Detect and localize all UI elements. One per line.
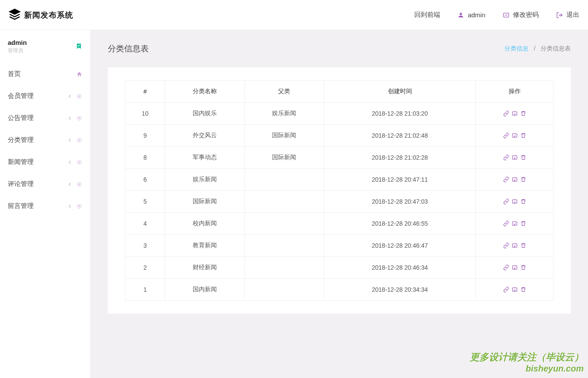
sidebar-item-5[interactable]: 评论管理 xyxy=(0,173,90,195)
svg-rect-22 xyxy=(512,288,517,291)
nav-user-link[interactable]: admin xyxy=(457,11,485,19)
sidebar-item-label: 留言管理 xyxy=(8,202,34,210)
table-cell-parent xyxy=(244,213,324,235)
edit-icon[interactable] xyxy=(512,154,518,161)
link-icon[interactable] xyxy=(503,198,509,205)
table-cell-actions xyxy=(476,147,554,169)
sidebar-item-4[interactable]: 新闻管理 xyxy=(0,151,90,173)
sidebar-user-name: admin xyxy=(8,39,27,46)
edit-icon[interactable] xyxy=(512,220,518,227)
svg-rect-16 xyxy=(512,156,517,159)
table-row: 3教育新闻2018-12-28 20:46:47 xyxy=(125,235,554,257)
page-title: 分类信息表 xyxy=(108,43,149,54)
sidebar-menu: 首页会员管理公告管理分类管理新闻管理评论管理留言管理 xyxy=(0,63,90,217)
delete-icon[interactable] xyxy=(520,110,526,117)
edit-icon[interactable] xyxy=(512,132,518,139)
table-cell-actions xyxy=(476,191,554,213)
svg-rect-14 xyxy=(512,112,517,115)
table-cell-actions xyxy=(476,213,554,235)
menu-expand-icons xyxy=(67,115,82,121)
link-icon[interactable] xyxy=(503,243,509,249)
delete-icon[interactable] xyxy=(520,198,526,205)
sidebar-item-0[interactable]: 首页 xyxy=(0,63,90,85)
svg-rect-21 xyxy=(512,266,517,269)
table-cell-created: 2018-12-28 20:46:47 xyxy=(324,235,476,257)
table-row: 6娱乐新闻2018-12-28 20:47:11 xyxy=(125,169,554,191)
delete-icon[interactable] xyxy=(520,265,526,271)
link-icon[interactable] xyxy=(503,287,509,293)
edit-icon[interactable] xyxy=(512,198,518,205)
target-icon xyxy=(76,159,82,165)
link-icon[interactable] xyxy=(503,176,509,183)
svg-point-0 xyxy=(460,13,462,15)
link-icon[interactable] xyxy=(503,265,509,271)
table-cell-created: 2018-12-28 20:47:03 xyxy=(324,191,476,213)
nav-frontend-link[interactable]: 回到前端 xyxy=(414,11,440,19)
table-cell-id: 9 xyxy=(125,125,165,147)
top-nav: 回到前端 admin 修改密码 退出 xyxy=(414,11,579,19)
delete-icon[interactable] xyxy=(520,132,526,139)
home-icon xyxy=(76,71,82,77)
sidebar-item-label: 公告管理 xyxy=(8,114,34,122)
table-cell-name: 教育新闻 xyxy=(165,235,244,257)
sidebar-item-2[interactable]: 公告管理 xyxy=(0,107,90,129)
sidebar-item-6[interactable]: 留言管理 xyxy=(0,195,90,217)
bookmark-icon xyxy=(75,43,82,51)
target-icon xyxy=(76,203,82,209)
sidebar-user-block: admin 管理员 xyxy=(0,30,90,63)
menu-expand-icons xyxy=(67,93,82,99)
table-header-cell: 创建时间 xyxy=(324,81,476,103)
table-cell-parent xyxy=(244,169,324,191)
edit-icon xyxy=(503,12,510,19)
table-cell-id: 6 xyxy=(125,169,165,191)
breadcrumb-link[interactable]: 分类信息 xyxy=(504,45,529,52)
nav-password-link[interactable]: 修改密码 xyxy=(503,11,539,19)
target-icon xyxy=(76,93,82,99)
table-cell-created: 2018-12-28 21:02:28 xyxy=(324,147,476,169)
target-icon xyxy=(76,181,82,187)
link-icon[interactable] xyxy=(503,110,509,117)
delete-icon[interactable] xyxy=(520,154,526,161)
breadcrumb-sep: / xyxy=(534,45,535,52)
edit-icon[interactable] xyxy=(512,243,518,249)
edit-icon[interactable] xyxy=(512,287,518,293)
nav-frontend-label: 回到前端 xyxy=(414,11,440,19)
card: #分类名称父类创建时间操作 10国内娱乐娱乐新闻2018-12-28 21:03… xyxy=(108,67,571,314)
link-icon[interactable] xyxy=(503,132,509,139)
table-cell-parent: 娱乐新闻 xyxy=(244,103,324,125)
delete-icon[interactable] xyxy=(520,220,526,227)
delete-icon[interactable] xyxy=(520,176,526,183)
user-icon xyxy=(457,12,464,19)
logo-area: 新闻发布系统 xyxy=(9,8,73,22)
table-cell-name: 国内娱乐 xyxy=(165,103,244,125)
link-icon[interactable] xyxy=(503,220,509,227)
svg-point-13 xyxy=(78,205,80,207)
link-icon[interactable] xyxy=(503,154,509,161)
nav-logout-label: 退出 xyxy=(566,11,579,19)
delete-icon[interactable] xyxy=(520,243,526,249)
table-cell-name: 军事动态 xyxy=(165,147,244,169)
table-cell-id: 1 xyxy=(125,279,165,301)
svg-point-5 xyxy=(78,117,80,119)
category-table: #分类名称父类创建时间操作 10国内娱乐娱乐新闻2018-12-28 21:03… xyxy=(125,80,554,301)
chevron-left-icon xyxy=(67,115,73,121)
nav-password-label: 修改密码 xyxy=(513,11,539,19)
edit-icon[interactable] xyxy=(512,176,518,183)
page-head: 分类信息表 分类信息 / 分类信息表 xyxy=(108,43,571,54)
sidebar-item-3[interactable]: 分类管理 xyxy=(0,129,90,151)
table-cell-created: 2018-12-28 20:34:34 xyxy=(324,279,476,301)
logo-text: 新闻发布系统 xyxy=(24,10,73,20)
table-cell-actions xyxy=(476,235,554,257)
svg-point-11 xyxy=(78,183,80,185)
chevron-left-icon xyxy=(67,203,73,209)
nav-logout-link[interactable]: 退出 xyxy=(556,11,579,19)
delete-icon[interactable] xyxy=(520,287,526,293)
table-cell-actions xyxy=(476,169,554,191)
svg-point-9 xyxy=(78,161,80,163)
sidebar-item-1[interactable]: 会员管理 xyxy=(0,85,90,107)
edit-icon[interactable] xyxy=(512,110,518,117)
table-cell-created: 2018-12-28 20:46:34 xyxy=(324,257,476,279)
table-cell-created: 2018-12-28 20:46:55 xyxy=(324,213,476,235)
edit-icon[interactable] xyxy=(512,265,518,271)
main-content: 分类信息表 分类信息 / 分类信息表 #分类名称父类创建时间操作 10国内娱乐娱… xyxy=(91,30,588,378)
